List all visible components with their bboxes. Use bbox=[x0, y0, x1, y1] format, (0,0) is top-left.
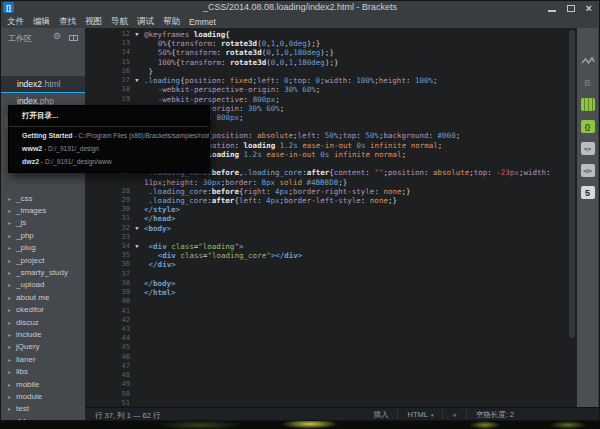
tree-folder-include[interactable]: ▸include bbox=[0, 328, 85, 340]
code-line-37[interactable]: 37 bbox=[85, 270, 577, 279]
code-line-18[interactable]: 18-webkit-perspective-origin: 30% 60%; bbox=[85, 85, 577, 94]
disclosure-triangle-icon[interactable]: ▸ bbox=[5, 381, 14, 388]
tree-folder-module[interactable]: ▸module bbox=[0, 390, 85, 402]
code-line-40[interactable]: 40 bbox=[85, 297, 577, 306]
code-line-19[interactable]: 19-webkit-perspective: 800px; bbox=[85, 95, 577, 104]
green-braces-icon[interactable]: {} bbox=[581, 120, 595, 133]
disclosure-triangle-icon[interactable]: ▸ bbox=[5, 368, 14, 375]
disclosure-triangle-icon[interactable]: ▸ bbox=[5, 244, 14, 251]
live-preview-icon[interactable] bbox=[581, 54, 595, 67]
menu-item-2[interactable]: 编辑 bbox=[33, 16, 50, 28]
code-line-36[interactable]: 36</div> bbox=[85, 260, 577, 269]
code-line-38[interactable]: 38</body> bbox=[85, 279, 577, 288]
fold-arrow-icon[interactable]: ▼ bbox=[130, 224, 144, 233]
code-line-43[interactable]: 43 bbox=[85, 325, 577, 334]
tree-folder-jQuery[interactable]: ▸jQuery bbox=[0, 341, 85, 353]
tree-folder-_smarty_study[interactable]: ▸_smarty_study bbox=[0, 266, 85, 278]
insert-mode-toggle[interactable]: 插入 bbox=[364, 410, 397, 420]
tree-folder-test[interactable]: ▸test bbox=[0, 403, 85, 415]
code-line-50[interactable]: 50 bbox=[85, 390, 577, 399]
fold-arrow-icon[interactable]: ▼ bbox=[130, 30, 144, 39]
code-line-47[interactable]: 47 bbox=[85, 362, 577, 371]
editor-scrollbar[interactable] bbox=[568, 28, 576, 407]
code-line-42[interactable]: 42 bbox=[85, 316, 577, 325]
close-button[interactable]: × bbox=[586, 1, 592, 15]
code-line-17[interactable]: 17▼.loading{position: fixed;left: 0;top:… bbox=[85, 76, 577, 85]
menu-item-6[interactable]: 调试 bbox=[137, 16, 154, 28]
tree-folder-_css[interactable]: ▸_css bbox=[0, 192, 85, 204]
code-line-34[interactable]: 34▼<div class="loading"> bbox=[85, 242, 577, 251]
menu-item-3[interactable]: 查找 bbox=[59, 16, 76, 28]
code-line-wrap[interactable]: 11px;height: 30px;border: 8px solid #4BB… bbox=[85, 178, 577, 187]
disclosure-triangle-icon[interactable]: ▸ bbox=[5, 257, 14, 264]
disclosure-triangle-icon[interactable]: ▸ bbox=[5, 207, 14, 214]
code-line-16[interactable]: 16} bbox=[85, 67, 577, 76]
disclosure-triangle-icon[interactable]: ▸ bbox=[5, 343, 14, 350]
recent-project-Getting Started[interactable]: Getting Started - C:/Program Files (x86)… bbox=[9, 129, 209, 142]
scrollbar-thumb[interactable] bbox=[569, 30, 575, 338]
tree-folder-ckeditor[interactable]: ▸ckeditor bbox=[0, 304, 85, 316]
disclosure-triangle-icon[interactable]: ▸ bbox=[5, 294, 14, 301]
recent-project-www2[interactable]: www2 - D:/_9191/_design bbox=[9, 142, 209, 155]
code-line-32[interactable]: 32▼<body> bbox=[85, 224, 577, 233]
disclosure-triangle-icon[interactable]: ▸ bbox=[5, 219, 14, 226]
code-line-44[interactable]: 44 bbox=[85, 334, 577, 343]
tree-folder-discuz[interactable]: ▸discuz bbox=[0, 316, 85, 328]
tree-folder-_plug[interactable]: ▸_plug bbox=[0, 242, 85, 254]
minimize-button[interactable] bbox=[548, 10, 556, 12]
tree-folder-_js[interactable]: ▸_js bbox=[0, 217, 85, 229]
split-view-icon[interactable] bbox=[69, 35, 78, 41]
code-line-29[interactable]: 29.loading_core:after{left: 4px;border-l… bbox=[85, 196, 577, 205]
menu-item-7[interactable]: 帮助 bbox=[163, 16, 180, 28]
indent-size-setting[interactable]: 空格长度: 2 bbox=[467, 410, 523, 420]
tree-folder-_php[interactable]: ▸_php bbox=[0, 229, 85, 241]
menu-item-4[interactable]: 视图 bbox=[85, 16, 102, 28]
recent-project-dwz2[interactable]: dwz2 - D:/_9191/_design/www bbox=[9, 155, 209, 168]
disclosure-triangle-icon[interactable]: ▸ bbox=[5, 269, 14, 276]
code-line-49[interactable]: 49 bbox=[85, 380, 577, 389]
disclosure-triangle-icon[interactable]: ▸ bbox=[5, 393, 14, 400]
green-blocks-icon[interactable] bbox=[581, 98, 595, 111]
menu-item-5[interactable]: 导航 bbox=[111, 16, 128, 28]
disclosure-triangle-icon[interactable]: ▸ bbox=[5, 405, 14, 412]
closing-tag-icon[interactable]: </> bbox=[581, 164, 595, 177]
code-line-41[interactable]: 41 bbox=[85, 307, 577, 316]
angle-brackets-icon[interactable]: <> bbox=[581, 142, 595, 155]
code-line-15[interactable]: 15100%{transform: rotate3d(0,0,1,180deg)… bbox=[85, 58, 577, 67]
code-line-39[interactable]: 39</html> bbox=[85, 288, 577, 297]
open-folder-menu-item[interactable]: 打开目录... bbox=[9, 106, 209, 125]
disclosure-triangle-icon[interactable]: ▸ bbox=[5, 306, 14, 313]
code-line-33[interactable]: 33 bbox=[85, 233, 577, 242]
fold-arrow-icon[interactable]: ▼ bbox=[130, 76, 144, 85]
disclosure-triangle-icon[interactable]: ▸ bbox=[5, 319, 14, 326]
html5-icon[interactable]: 5 bbox=[581, 186, 595, 199]
disclosure-triangle-icon[interactable]: ▸ bbox=[5, 331, 14, 338]
code-line-13[interactable]: 130%{transform: rotate3d(0,1,0,0deg);} bbox=[85, 39, 577, 48]
gear-icon[interactable]: ⚙ bbox=[53, 31, 61, 41]
tree-folder-_images[interactable]: ▸_images bbox=[0, 204, 85, 216]
tree-folder-about me[interactable]: ▸about me bbox=[0, 291, 85, 303]
title-bar[interactable]: [] _CSS/2014.08.08.loading/index2.html -… bbox=[0, 0, 600, 16]
code-line-31[interactable]: 31</head> bbox=[85, 214, 577, 223]
menu-item-8[interactable]: Emmet bbox=[189, 17, 216, 27]
tree-folder-mobile[interactable]: ▸mobile bbox=[0, 378, 85, 390]
tree-folder-_upload[interactable]: ▸_upload bbox=[0, 279, 85, 291]
fold-arrow-icon[interactable]: ▼ bbox=[130, 242, 144, 251]
maximize-button[interactable] bbox=[567, 5, 575, 12]
code-editor[interactable]: 12▼@keyframes loading{130%{transform: ro… bbox=[85, 28, 577, 407]
tree-folder-lianer[interactable]: ▸lianer bbox=[0, 353, 85, 365]
code-line-46[interactable]: 46 bbox=[85, 353, 577, 362]
code-line-45[interactable]: 45 bbox=[85, 343, 577, 352]
code-line-30[interactable]: 30</style> bbox=[85, 205, 577, 214]
working-file-index2.html[interactable]: index2.html bbox=[0, 76, 85, 93]
language-selector[interactable]: HTML▾ bbox=[398, 410, 442, 419]
code-line-28[interactable]: 28.loading_core:before{right: 4px;border… bbox=[85, 187, 577, 196]
disclosure-triangle-icon[interactable]: ▸ bbox=[5, 281, 14, 288]
menu-item-1[interactable]: 文件 bbox=[7, 16, 24, 28]
tree-folder-libs[interactable]: ▸libs bbox=[0, 365, 85, 377]
code-line-14[interactable]: 1450%{transform: rotate3d(0,1,0,180deg);… bbox=[85, 48, 577, 57]
code-line-48[interactable]: 48 bbox=[85, 371, 577, 380]
tree-folder-_project[interactable]: ▸_project bbox=[0, 254, 85, 266]
disclosure-triangle-icon[interactable]: ▸ bbox=[5, 195, 14, 202]
code-line-35[interactable]: 35<div class="loading_core"></div> bbox=[85, 251, 577, 260]
